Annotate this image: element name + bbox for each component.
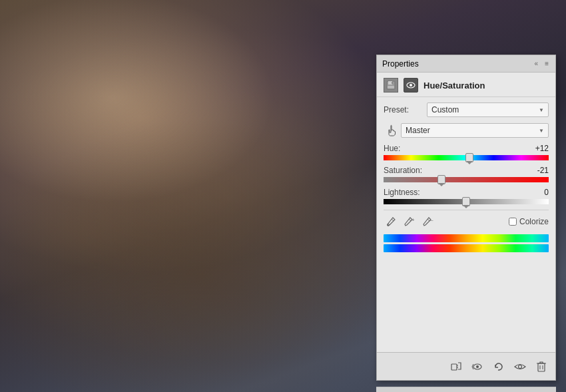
lightness-track[interactable] (384, 199, 549, 204)
saturation-header: Saturation: -21 (384, 166, 549, 175)
lightness-value: 0 (529, 188, 549, 197)
panel-scrollbar[interactable] (376, 387, 556, 392)
panel-content: Preset: Custom ▼ Master ▼ Hue: +12 (377, 97, 555, 352)
clip-icon (450, 361, 462, 372)
delete-icon (536, 361, 547, 373)
svg-point-5 (410, 84, 412, 87)
preset-dropdown[interactable]: Custom ▼ (427, 102, 549, 117)
colorize-label: Colorize (519, 217, 549, 226)
view-previous-icon (471, 361, 483, 372)
svg-point-12 (519, 365, 522, 368)
panel-bottom-toolbar (377, 352, 555, 380)
svg-rect-9 (451, 364, 457, 370)
preset-label: Preset: (384, 105, 427, 114)
eye-visibility-icon (514, 362, 526, 371)
eyedropper-icon (386, 216, 396, 227)
delete-layer-button[interactable] (534, 359, 549, 374)
lightness-label: Lightness: (384, 188, 420, 197)
lightness-thumb[interactable] (462, 197, 470, 206)
channel-value: Master (406, 126, 430, 135)
hue-label: Hue: (384, 144, 400, 153)
hue-value: +12 (529, 144, 549, 153)
saturation-thumb[interactable] (437, 175, 445, 184)
preset-dropdown-arrow: ▼ (539, 107, 544, 113)
svg-rect-13 (538, 363, 545, 371)
preset-row: Preset: Custom ▼ (384, 102, 549, 117)
reset-icon (493, 361, 505, 372)
adjustment-icon-svg (386, 80, 396, 91)
adjustment-layer-icon (384, 78, 398, 93)
hue-header: Hue: +12 (384, 144, 549, 153)
channel-dropdown[interactable]: Master ▼ (401, 123, 549, 138)
hue-thumb[interactable] (465, 153, 473, 162)
panel-header: Hue/Saturation (377, 73, 555, 97)
previous-state-button[interactable] (470, 359, 485, 374)
tools-row: + – Colorize (384, 214, 549, 229)
preset-value: Custom (431, 105, 459, 114)
reset-button[interactable] (491, 359, 506, 374)
svg-rect-2 (388, 86, 394, 89)
target-tool-button[interactable] (384, 122, 401, 139)
colorize-checkbox[interactable] (509, 218, 517, 226)
lightness-section: Lightness: 0 (384, 188, 549, 204)
lightness-header: Lightness: 0 (384, 188, 549, 197)
spectrum-section (384, 234, 549, 252)
panel-titlebar: Properties « ≡ (377, 55, 555, 73)
eyedropper-add-icon: + (404, 216, 415, 227)
eyedropper-add-button[interactable]: + (402, 214, 417, 229)
svg-rect-3 (392, 82, 393, 84)
panel-controls: « ≡ (533, 59, 550, 68)
eyedropper-button[interactable] (384, 214, 398, 229)
saturation-label: Saturation: (384, 166, 422, 175)
layer-title: Hue/Saturation (424, 81, 485, 91)
colorize-option[interactable]: Colorize (509, 217, 549, 226)
hand-tool-icon (386, 124, 398, 136)
separator-1 (384, 210, 549, 210)
svg-point-11 (476, 365, 479, 368)
svg-text:–: – (430, 217, 433, 223)
panel-collapse-button[interactable]: « (533, 59, 540, 68)
properties-panel: Properties « ≡ Hue/Saturation (376, 55, 556, 381)
saturation-value: -21 (529, 166, 549, 175)
eyedropper-subtract-icon: – (423, 216, 433, 227)
hue-track[interactable] (384, 155, 549, 160)
channel-row: Master ▼ (384, 122, 549, 139)
visibility-toggle-button[interactable] (513, 359, 527, 374)
clip-to-layer-button[interactable] (449, 359, 463, 374)
layer-visibility-icon[interactable] (404, 78, 418, 93)
eye-icon (406, 82, 416, 89)
saturation-track[interactable] (384, 177, 549, 182)
channel-dropdown-arrow: ▼ (539, 128, 544, 134)
spectrum-bottom-bar (384, 244, 549, 252)
eyedropper-subtract-button[interactable]: – (421, 214, 435, 229)
panel-menu-button[interactable]: ≡ (543, 59, 550, 68)
hue-section: Hue: +12 (384, 144, 549, 160)
saturation-section: Saturation: -21 (384, 166, 549, 182)
svg-text:+: + (412, 217, 415, 223)
spectrum-top-bar (384, 234, 549, 242)
panel-title: Properties (382, 59, 419, 69)
